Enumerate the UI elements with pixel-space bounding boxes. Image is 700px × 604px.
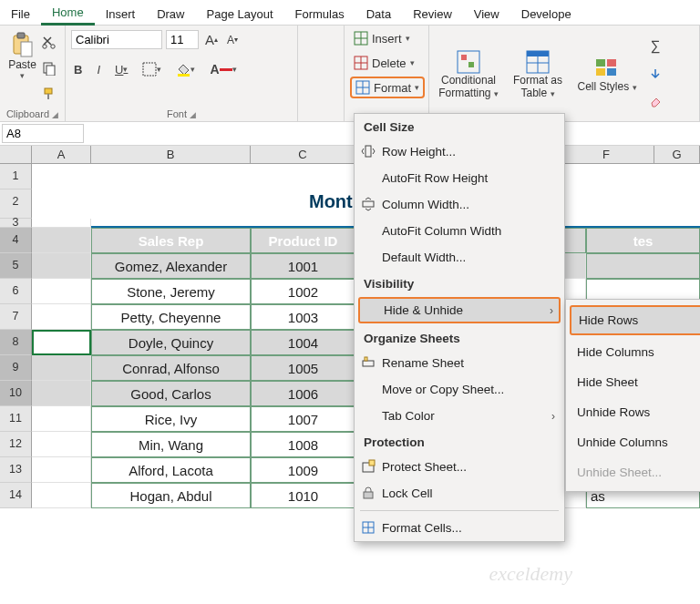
col-header-A[interactable]: A — [32, 146, 91, 163]
borders-button[interactable]: ▾ — [139, 59, 164, 79]
cell[interactable]: 1004 — [251, 330, 355, 355]
cell[interactable] — [32, 189, 91, 219]
format-painter-button[interactable] — [39, 84, 59, 104]
row-header[interactable]: 1 — [0, 164, 32, 189]
cell[interactable]: Min, Wang — [91, 432, 251, 457]
submenu-hide-sheet[interactable]: Hide Sheet — [566, 367, 700, 397]
cell[interactable]: 1006 — [251, 381, 355, 406]
submenu-hide-rows[interactable]: Hide Rows — [570, 305, 700, 335]
tab-page-layout[interactable]: Page Layout — [196, 3, 284, 25]
tab-home[interactable]: Home — [41, 1, 95, 26]
cell[interactable]: 1005 — [251, 355, 355, 381]
cell[interactable]: 1001 — [251, 253, 355, 279]
tab-formulas[interactable]: Formulas — [284, 3, 355, 25]
increase-font-button[interactable]: A▴ — [202, 29, 221, 50]
menu-row-height[interactable]: Row Height... — [355, 138, 564, 165]
cell[interactable]: Conrad, Alfonso — [91, 355, 251, 381]
row-header[interactable]: 14 — [0, 483, 32, 508]
underline-button[interactable]: U ▾ — [112, 60, 130, 79]
menu-default-width[interactable]: Default Width... — [355, 244, 564, 271]
menu-protect-sheet[interactable]: Protect Sheet... — [355, 454, 564, 480]
menu-lock-cell[interactable]: Lock Cell — [355, 480, 564, 507]
bold-button[interactable]: B — [71, 60, 85, 79]
col-header-F[interactable]: F — [559, 146, 654, 163]
select-all-corner[interactable] — [0, 146, 32, 163]
col-header-B[interactable]: B — [91, 146, 251, 163]
row-header[interactable]: 6 — [0, 279, 32, 304]
cell[interactable]: Hogan, Abdul — [91, 483, 251, 508]
submenu-unhide-columns[interactable]: Unhide Columns — [566, 427, 700, 457]
tab-file[interactable]: File — [0, 3, 41, 25]
cell[interactable] — [32, 228, 91, 253]
cell[interactable]: 1010 — [251, 483, 355, 508]
menu-hide-unhide[interactable]: Hide & Unhide › — [358, 297, 561, 323]
delete-cells-button[interactable]: Delete ▾ — [350, 54, 418, 72]
tab-draw[interactable]: Draw — [146, 3, 195, 25]
cell[interactable]: Good, Carlos — [91, 381, 251, 406]
cell[interactable]: 1009 — [251, 457, 355, 483]
cell[interactable] — [32, 432, 91, 457]
insert-cells-button[interactable]: Insert ▾ — [350, 29, 414, 47]
col-header-C[interactable]: C — [251, 146, 355, 163]
submenu-hide-columns[interactable]: Hide Columns — [566, 337, 700, 367]
name-box[interactable] — [2, 124, 84, 143]
menu-rename-sheet[interactable]: Rename Sheet — [355, 350, 564, 376]
tab-insert[interactable]: Insert — [95, 3, 147, 25]
conditional-formatting-button[interactable]: Conditional Formatting ▾ — [435, 29, 502, 119]
italic-button[interactable]: I — [94, 60, 103, 79]
cut-button[interactable] — [39, 33, 59, 53]
cell[interactable]: Rice, Ivy — [91, 406, 251, 432]
fill-color-button[interactable]: ▾ — [173, 59, 198, 79]
cell[interactable] — [32, 483, 91, 508]
row-header[interactable]: 2 — [0, 189, 32, 219]
tab-view[interactable]: View — [463, 3, 510, 25]
format-as-table-button[interactable]: Format as Table ▾ — [504, 29, 571, 119]
format-cells-button[interactable]: Format ▾ — [350, 77, 425, 98]
cell[interactable] — [32, 457, 91, 483]
menu-move-copy-sheet[interactable]: Move or Copy Sheet... — [355, 376, 564, 403]
submenu-unhide-rows[interactable]: Unhide Rows — [566, 397, 700, 427]
row-header[interactable]: 7 — [0, 304, 32, 330]
cell[interactable] — [32, 279, 91, 304]
row-header[interactable]: 12 — [0, 432, 32, 457]
cell[interactable]: Doyle, Quincy — [91, 330, 251, 355]
cell[interactable]: 1002 — [251, 279, 355, 304]
cell[interactable] — [32, 304, 91, 330]
cell[interactable]: Sales Rep — [91, 228, 251, 253]
cell[interactable] — [32, 253, 91, 279]
paste-button[interactable]: Paste ▾ — [5, 29, 39, 82]
cell[interactable] — [32, 381, 91, 406]
cell[interactable]: Gomez, Alexander — [91, 253, 251, 279]
autosum-button[interactable]: ∑ — [648, 35, 664, 56]
cell[interactable]: 1007 — [251, 406, 355, 432]
tab-data[interactable]: Data — [355, 3, 402, 25]
cell[interactable] — [32, 330, 91, 355]
row-header[interactable]: 10 — [0, 381, 32, 406]
cell[interactable]: Product ID — [251, 228, 355, 253]
font-size-input[interactable] — [166, 30, 199, 49]
menu-autofit-column[interactable]: AutoFit Column Width — [355, 218, 564, 244]
cell[interactable]: 1003 — [251, 304, 355, 330]
decrease-font-button[interactable]: A▾ — [224, 31, 241, 49]
row-header[interactable]: 9 — [0, 355, 32, 381]
row-header[interactable]: 5 — [0, 253, 32, 279]
cell[interactable]: Petty, Cheyenne — [91, 304, 251, 330]
menu-column-width[interactable]: Column Width... — [355, 191, 564, 218]
menu-tab-color[interactable]: Tab Color › — [355, 403, 564, 429]
fill-button[interactable] — [646, 65, 664, 83]
col-header-G[interactable]: G — [654, 146, 700, 163]
row-header[interactable]: 11 — [0, 406, 32, 432]
cell-styles-button[interactable]: Cell Styles ▾ — [573, 29, 641, 119]
cell[interactable]: Stone, Jeremy — [91, 279, 251, 304]
copy-button[interactable] — [39, 58, 59, 78]
cell[interactable] — [32, 219, 91, 228]
cell[interactable]: Alford, Lacota — [91, 457, 251, 483]
font-name-input[interactable] — [71, 30, 162, 49]
font-color-button[interactable]: A ▾ — [207, 59, 239, 79]
menu-autofit-row[interactable]: AutoFit Row Height — [355, 165, 564, 191]
cell[interactable]: 1008 — [251, 432, 355, 457]
row-header[interactable]: 13 — [0, 457, 32, 483]
menu-format-cells[interactable]: Format Cells... — [355, 515, 564, 541]
tab-developer[interactable]: Develope — [510, 3, 582, 25]
row-header[interactable]: 3 — [0, 219, 32, 228]
